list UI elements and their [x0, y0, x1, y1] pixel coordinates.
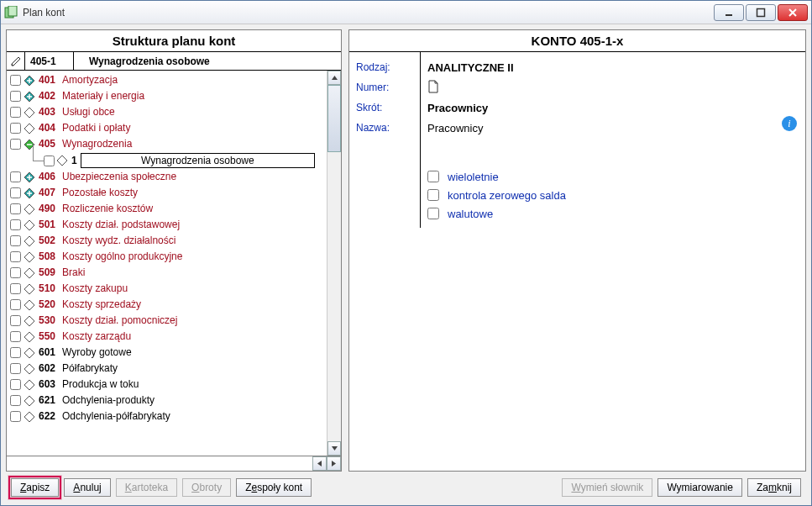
diamond-icon [24, 219, 35, 231]
tree-header-name: Wynagrodzenia osobowe [74, 52, 341, 70]
tree-item-checkbox[interactable] [10, 379, 21, 390]
tree-item-number: 502 [39, 233, 55, 249]
tree-item-520[interactable]: 520Koszty sprzedaży [10, 297, 327, 313]
zapisz-button[interactable]: Zapisz [11, 478, 59, 497]
tree-item-603[interactable]: 603Produkcja w toku [10, 377, 327, 393]
titlebar: Plan kont [1, 1, 811, 24]
tree-item-550[interactable]: 550Koszty zarządu [10, 329, 327, 345]
tree-item-490[interactable]: 490Rozliczenie kosztów [10, 201, 327, 217]
tree-item-checkbox[interactable] [10, 123, 21, 134]
expand-icon[interactable] [24, 171, 35, 183]
tree-item-checkbox[interactable] [10, 91, 21, 102]
scroll-thumb[interactable] [327, 85, 341, 152]
option-checkbox[interactable] [427, 171, 439, 182]
tree-item-checkbox[interactable] [10, 107, 21, 118]
tree-item-403[interactable]: 403Usługi obce [10, 104, 327, 120]
tree-item-number: 490 [39, 201, 55, 217]
tree-item-checkbox[interactable] [10, 219, 21, 230]
tree-item-label: Braki [62, 265, 85, 281]
tree-item-checkbox[interactable] [10, 395, 21, 406]
tree-item-checkbox[interactable] [10, 315, 21, 326]
expand-icon[interactable] [24, 75, 35, 87]
tree-item-402[interactable]: 402Materiały i energia [10, 88, 327, 104]
tree-item-number: 501 [39, 217, 55, 233]
tree-item-number: 406 [39, 169, 55, 185]
label-rodzaj: Rodzaj: [356, 57, 413, 77]
tree-item-502[interactable]: 502Koszty wydz. działalności [10, 233, 327, 249]
tree-item-checkbox[interactable] [10, 299, 21, 310]
tree-item-530[interactable]: 530Koszty dział. pomocniczej [10, 313, 327, 329]
account-tree[interactable]: 401Amortyzacja402Materiały i energia403U… [7, 71, 327, 456]
tree-item-number: 402 [39, 88, 55, 104]
close-button[interactable] [778, 4, 808, 21]
tree-item-checkbox[interactable] [10, 171, 21, 182]
tree-item-checkbox[interactable] [10, 411, 21, 422]
tree-child-input[interactable] [81, 153, 315, 168]
anuluj-button[interactable]: Anuluj [64, 478, 110, 497]
minimize-button[interactable] [714, 4, 744, 21]
tree-item-number: 530 [39, 313, 55, 329]
option-checkbox[interactable] [427, 208, 439, 219]
tree-item-checkbox[interactable] [10, 363, 21, 374]
tree-item-checkbox[interactable] [10, 347, 21, 358]
zamknij-button[interactable]: Zamknij [747, 478, 801, 497]
tree-child-number: 1 [71, 153, 77, 169]
label-skrot: Skrót: [356, 98, 413, 118]
value-rodzaj: ANALITYCZNE II [427, 57, 799, 77]
option-kontrola[interactable]: kontrola zerowego salda [427, 186, 799, 204]
tree-item-checkbox[interactable] [10, 283, 21, 294]
tree-item-401[interactable]: 401Amortyzacja [10, 72, 327, 88]
tree-item-checkbox[interactable] [10, 331, 21, 342]
tree-item-checkbox[interactable] [10, 75, 21, 86]
tree-item-601[interactable]: 601Wyroby gotowe [10, 345, 327, 361]
vertical-scrollbar[interactable] [327, 71, 341, 456]
zespoly-kont-button[interactable]: Zespoły kont [236, 478, 312, 497]
wymiarowanie-button[interactable]: Wymiarowanie [657, 478, 742, 497]
option-walutowe[interactable]: walutowe [427, 204, 799, 223]
scroll-up-button[interactable] [327, 71, 341, 85]
scroll-left-button[interactable] [312, 456, 327, 471]
tree-item-checkbox[interactable] [10, 203, 21, 214]
tree-item-621[interactable]: 621Odchylenia-produkty [10, 393, 327, 408]
value-numer [427, 77, 799, 98]
tree-item-508[interactable]: 508Koszty ogólno produkcyjne [10, 249, 327, 265]
tree-item-checkbox[interactable] [10, 267, 21, 278]
tree-item-404[interactable]: 404Podatki i opłaty [10, 120, 327, 136]
expand-icon[interactable] [24, 91, 35, 103]
tree-item-622[interactable]: 622Odchylenia-półfabrykaty [10, 408, 327, 424]
diamond-icon [24, 315, 35, 327]
app-icon [4, 6, 18, 19]
tree-item-406[interactable]: 406Ubezpieczenia społeczne [10, 169, 327, 185]
tree-item-602[interactable]: 602Półfabrykaty [10, 361, 327, 377]
diamond-icon [24, 363, 35, 375]
svg-rect-2 [726, 14, 732, 16]
tree-item-501[interactable]: 501Koszty dział. podstawowej [10, 217, 327, 233]
tree-item-number: 403 [39, 104, 55, 120]
tree-item-checkbox[interactable] [10, 187, 21, 198]
tree-item-checkbox[interactable] [10, 235, 21, 246]
tree-child-row[interactable]: 1 [25, 152, 327, 169]
tree-item-509[interactable]: 509Braki [10, 265, 327, 281]
nazwa-input[interactable] [427, 119, 738, 136]
option-wieloletnie[interactable]: wieloletnie [427, 167, 799, 186]
scroll-right-button[interactable] [327, 456, 341, 471]
plan-kont-window: Plan kont Struktura planu kont 405-1 Wyn… [0, 0, 812, 506]
option-checkbox[interactable] [427, 189, 439, 201]
tree-item-checkbox[interactable] [10, 139, 21, 150]
document-icon [427, 80, 439, 96]
scroll-down-button[interactable] [327, 441, 341, 456]
tree-item-407[interactable]: 407Pozostałe koszty [10, 185, 327, 201]
maximize-button[interactable] [746, 4, 776, 21]
option-label: kontrola zerowego salda [448, 189, 566, 202]
pencil-icon[interactable] [7, 52, 25, 70]
tree-item-number: 520 [39, 297, 55, 313]
tree-item-510[interactable]: 510Koszty zakupu [10, 281, 327, 297]
tree-item-checkbox[interactable] [10, 251, 21, 262]
tree-item-405[interactable]: 405Wynagrodzenia [10, 136, 327, 152]
tree-item-checkbox[interactable] [44, 155, 55, 166]
diamond-icon [24, 395, 35, 407]
expand-icon[interactable] [24, 187, 35, 199]
tree-item-label: Koszty dział. podstawowej [62, 217, 180, 233]
info-icon[interactable]: i [782, 116, 797, 131]
obroty-button: Obroty [182, 478, 231, 497]
